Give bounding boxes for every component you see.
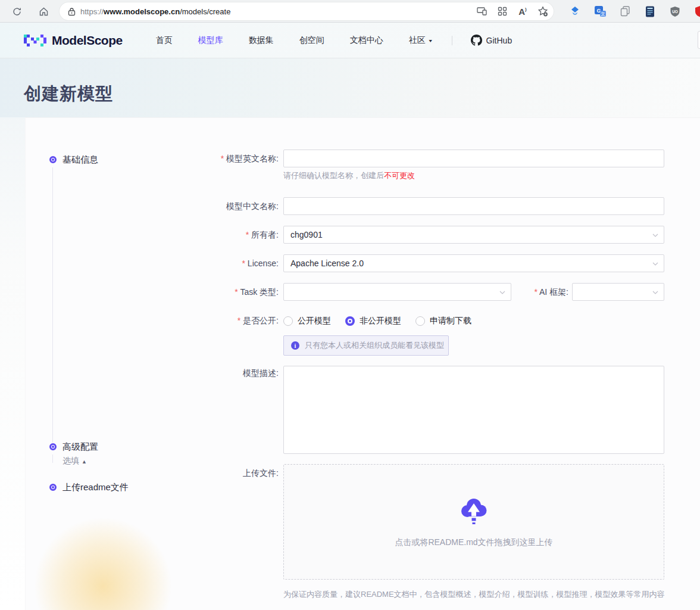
label-description: 模型描述: <box>243 364 279 382</box>
extension-icons: G文 UO <box>569 0 700 23</box>
page-title: 创建新模型 <box>24 82 113 106</box>
license-select[interactable]: Apache License 2.0 <box>283 254 664 272</box>
label-upload: 上传文件: <box>243 464 279 482</box>
github-label: GitHub <box>486 36 512 45</box>
chevron-down-icon <box>652 291 658 294</box>
split-screen-icon[interactable] <box>496 5 508 17</box>
site-header: ModelScope 首页 模型库 数据集 创空间 文档中心 社区▼ GitHu… <box>0 23 700 58</box>
reload-button[interactable] <box>10 4 24 18</box>
step-advanced-config[interactable]: 高级配置 <box>62 441 98 453</box>
visibility-note-text: 只有您本人或相关组织成员能看见该模型 <box>305 340 444 351</box>
lock-icon <box>68 7 76 16</box>
nav-divider <box>452 36 452 45</box>
cloud-upload-icon <box>458 496 489 525</box>
chevron-down-icon <box>499 291 505 294</box>
step-dot-basic-info <box>49 156 57 163</box>
step-connector-line-2 <box>52 455 53 463</box>
step-advanced-optional-toggle[interactable]: 选填▲ <box>62 456 87 466</box>
label-model-name-en: 模型英文名称: <box>221 150 279 167</box>
ai-framework-select[interactable] <box>572 283 664 301</box>
radio-label-public[interactable]: 公开模型 <box>298 316 331 326</box>
red-extension-icon[interactable] <box>694 5 700 17</box>
chevron-down-icon: ▼ <box>428 39 433 43</box>
shield-extension-icon[interactable]: UO <box>669 5 681 17</box>
modelscope-logo-icon <box>24 33 46 48</box>
label-task-type: Task 类型: <box>235 283 279 301</box>
create-model-panel: 基础信息 高级配置 选填▲ 上传readme文件 模型英文名称: 请仔细确认模型… <box>25 117 700 610</box>
radio-apply-download[interactable] <box>415 316 425 326</box>
nav-item-models[interactable]: 模型库 <box>198 35 223 46</box>
send-to-devices-icon[interactable] <box>476 5 488 17</box>
nav-item-community[interactable]: 社区▼ <box>409 35 433 46</box>
info-icon: i <box>291 341 299 350</box>
modelscope-logo[interactable]: ModelScope <box>24 33 123 48</box>
upload-instruction: 点击或将README.md文件拖拽到这里上传 <box>284 537 664 548</box>
step-dot-readme <box>49 484 57 491</box>
radio-private-model[interactable] <box>345 316 355 326</box>
label-ai-framework: AI 框架: <box>534 283 568 301</box>
address-bar[interactable]: https://www.modelscope.cn/models/create … <box>60 2 554 20</box>
favorite-star-icon[interactable] <box>537 5 549 17</box>
step-connector-line <box>52 167 53 443</box>
svg-text:UO: UO <box>672 9 678 13</box>
radio-public-model[interactable] <box>283 316 293 326</box>
home-button[interactable] <box>36 4 51 18</box>
radio-label-apply[interactable]: 申请制下载 <box>430 316 471 326</box>
url-text: https://www.modelscope.cn/models/create <box>80 7 230 16</box>
step-basic-info[interactable]: 基础信息 <box>62 154 98 166</box>
chevron-down-icon <box>652 234 658 237</box>
radio-label-private[interactable]: 非公开模型 <box>360 316 401 326</box>
nav-item-docs[interactable]: 文档中心 <box>350 35 383 46</box>
step-upload-readme[interactable]: 上传readme文件 <box>62 482 129 493</box>
extension-blue-icon[interactable] <box>569 5 581 17</box>
label-license: License: <box>242 254 279 272</box>
visibility-note: i 只有您本人或相关组织成员能看见该模型 <box>283 335 449 356</box>
github-icon <box>471 35 482 46</box>
copy-pages-extension-icon[interactable] <box>619 5 631 17</box>
model-name-zh-input[interactable] <box>283 197 664 215</box>
nav-item-datasets[interactable]: 数据集 <box>249 35 274 46</box>
model-description-textarea[interactable] <box>283 366 664 454</box>
model-name-hint: 请仔细确认模型名称，创建后不可更改 <box>283 170 415 181</box>
github-link[interactable]: GitHub <box>471 35 512 46</box>
reader-extension-icon[interactable] <box>644 5 656 17</box>
nav-item-home[interactable]: 首页 <box>156 35 173 46</box>
nav-edge-partial-control[interactable] <box>698 31 700 49</box>
step-dot-advanced <box>49 443 57 450</box>
main-nav: 首页 模型库 数据集 创空间 文档中心 社区▼ GitHub <box>156 35 512 46</box>
nav-item-studios[interactable]: 创空间 <box>299 35 324 46</box>
label-visibility: 是否公开: <box>238 312 279 329</box>
read-aloud-icon[interactable]: A) <box>517 5 529 17</box>
visibility-radio-group: 公开模型 非公开模型 申请制下载 <box>283 316 486 326</box>
model-name-en-input[interactable] <box>283 150 664 167</box>
svg-text:文: 文 <box>601 11 605 16</box>
label-owner: 所有者: <box>246 226 279 244</box>
modelscope-logo-text: ModelScope <box>52 33 123 48</box>
decorative-glow <box>32 515 174 610</box>
task-type-select[interactable] <box>283 283 511 301</box>
readme-quality-tip: 为保证内容质量，建议README文档中，包含模型概述，模型介绍，模型训练，模型推… <box>283 589 665 600</box>
left-margin-strip <box>0 117 25 610</box>
triangle-up-icon: ▲ <box>82 459 87 465</box>
owner-select[interactable]: chg0901 <box>283 226 664 244</box>
label-model-name-zh: 模型中文名称: <box>226 197 279 215</box>
browser-toolbar: https://www.modelscope.cn/models/create … <box>0 0 700 23</box>
chevron-down-icon <box>652 262 658 266</box>
readme-upload-dropzone[interactable]: 点击或将README.md文件拖拽到这里上传 <box>283 464 664 580</box>
translate-extension-icon[interactable]: G文 <box>594 5 606 17</box>
